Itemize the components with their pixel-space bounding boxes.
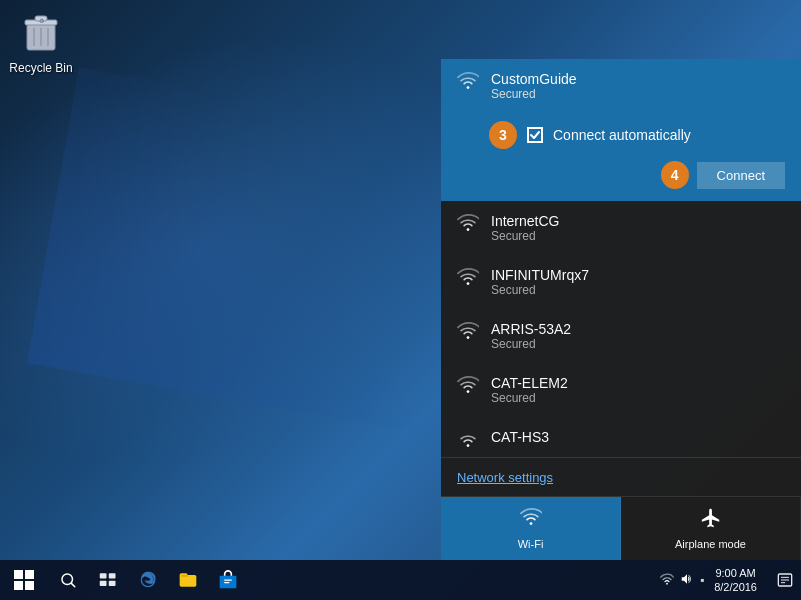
svg-rect-19 <box>109 581 116 586</box>
svg-point-13 <box>529 522 532 525</box>
wifi-cat-elem2-name: CAT-ELEM2 <box>491 375 785 391</box>
wifi-internetcg-info: InternetCG Secured <box>491 213 785 243</box>
wifi-network-cat-hs3[interactable]: CAT-HS3 <box>441 417 801 457</box>
connect-button[interactable]: Connect <box>697 162 785 189</box>
svg-line-15 <box>71 583 74 586</box>
wifi-cat-hs3-info: CAT-HS3 <box>491 429 785 445</box>
wifi-signal-icon-cat-hs3 <box>457 429 479 451</box>
wifi-quick-label: Wi-Fi <box>518 538 544 550</box>
battery-icon: ▪ <box>700 573 704 587</box>
speaker-icon[interactable] <box>680 572 694 589</box>
airplane-quick-action[interactable]: Airplane mode <box>621 497 801 560</box>
network-settings[interactable]: Network settings <box>441 457 801 496</box>
wifi-quick-action[interactable]: Wi-Fi <box>441 497 621 560</box>
wifi-signal-icon-cat-elem2 <box>457 375 479 397</box>
wifi-network-customguide[interactable]: CustomGuide Secured <box>441 59 801 113</box>
airplane-quick-icon <box>700 507 722 534</box>
windows-logo-icon <box>14 570 34 590</box>
wifi-arris-name: ARRIS-53A2 <box>491 321 785 337</box>
desktop: ♻ Recycle Bin CustomGuide Secured 3 <box>0 0 801 600</box>
file-explorer-button[interactable] <box>168 560 208 600</box>
wifi-arris-status: Secured <box>491 337 785 351</box>
connect-button-row: 4 Connect <box>441 157 801 201</box>
recycle-bin-icon[interactable]: ♻ Recycle Bin <box>6 6 76 76</box>
wifi-panel: CustomGuide Secured 3 Connect automatica… <box>441 59 801 560</box>
wifi-signal-icon-internetcg <box>457 213 479 235</box>
badge-4: 4 <box>661 161 689 189</box>
svg-point-23 <box>666 582 668 584</box>
svg-point-10 <box>467 336 470 339</box>
system-clock[interactable]: 9:00 AM 8/2/2016 <box>710 566 761 595</box>
wifi-cat-hs3-name: CAT-HS3 <box>491 429 785 445</box>
recycle-bin-label: Recycle Bin <box>9 61 72 75</box>
clock-time: 9:00 AM <box>714 566 757 580</box>
wifi-internetcg-name: InternetCG <box>491 213 785 229</box>
task-view-button[interactable] <box>88 560 128 600</box>
wifi-network-cat-elem2[interactable]: CAT-ELEM2 Secured <box>441 363 801 417</box>
cortana-search-button[interactable] <box>48 560 88 600</box>
wifi-cat-elem2-status: Secured <box>491 391 785 405</box>
wifi-infinitum-status: Secured <box>491 283 785 297</box>
connect-auto-label: Connect automatically <box>553 127 785 143</box>
svg-point-9 <box>467 282 470 285</box>
wifi-infinitum-name: INFINITUMrqx7 <box>491 267 785 283</box>
airplane-quick-label: Airplane mode <box>675 538 746 550</box>
svg-text:♻: ♻ <box>39 18 44 24</box>
svg-rect-17 <box>109 573 116 578</box>
wifi-network-internetcg[interactable]: InternetCG Secured <box>441 201 801 255</box>
wifi-internetcg-status: Secured <box>491 229 785 243</box>
wifi-network-infinitumrqx7[interactable]: INFINITUMrqx7 Secured <box>441 255 801 309</box>
wifi-customguide-info: CustomGuide Secured <box>491 71 785 101</box>
wifi-signal-icon-arris <box>457 321 479 343</box>
notification-center-button[interactable] <box>769 560 801 600</box>
wifi-cat-elem2-info: CAT-ELEM2 Secured <box>491 375 785 405</box>
svg-point-11 <box>467 390 470 393</box>
network-settings-link[interactable]: Network settings <box>457 470 553 485</box>
svg-rect-18 <box>100 581 107 586</box>
wifi-customguide-status: Secured <box>491 87 785 101</box>
svg-point-8 <box>467 228 470 231</box>
wifi-network-arris[interactable]: ARRIS-53A2 Secured <box>441 309 801 363</box>
wifi-infinitum-info: INFINITUMrqx7 Secured <box>491 267 785 297</box>
store-button[interactable] <box>208 560 248 600</box>
connect-auto-row: 3 Connect automatically <box>441 113 801 157</box>
wifi-arris-info: ARRIS-53A2 Secured <box>491 321 785 351</box>
svg-point-12 <box>467 444 470 447</box>
start-button[interactable] <box>0 560 48 600</box>
quick-actions-bar: Wi-Fi Airplane mode <box>441 496 801 560</box>
wifi-tray-icon[interactable] <box>660 572 674 589</box>
system-tray: ▪ 9:00 AM 8/2/2016 <box>652 560 769 600</box>
edge-browser-button[interactable] <box>128 560 168 600</box>
taskbar: ▪ 9:00 AM 8/2/2016 <box>0 560 801 600</box>
svg-point-7 <box>467 86 470 89</box>
clock-date: 8/2/2016 <box>714 580 757 594</box>
wifi-customguide-name: CustomGuide <box>491 71 785 87</box>
wifi-signal-icon <box>457 71 479 93</box>
svg-rect-16 <box>100 573 107 578</box>
wifi-signal-icon-infinitum <box>457 267 479 289</box>
wifi-quick-icon <box>520 507 542 534</box>
badge-3: 3 <box>489 121 517 149</box>
connect-auto-checkbox[interactable] <box>527 127 543 143</box>
